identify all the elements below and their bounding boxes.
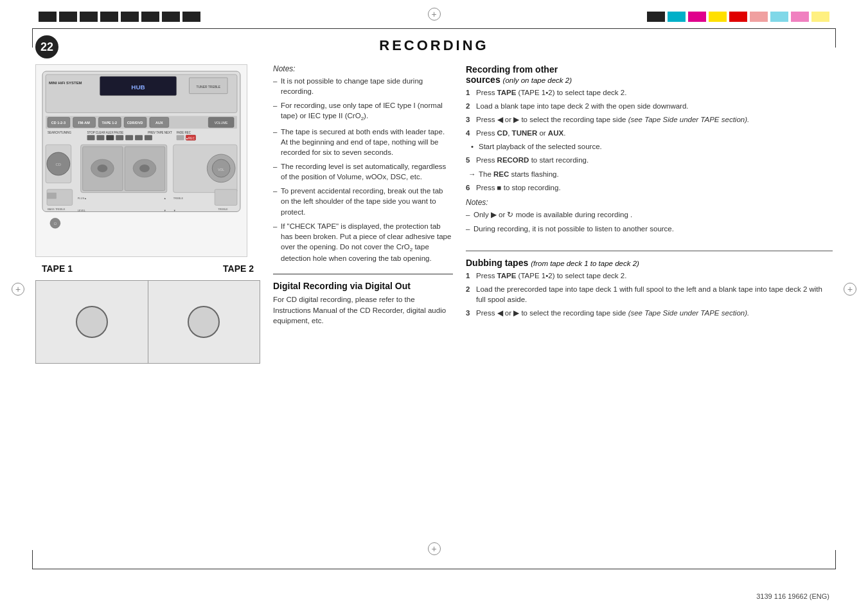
step-3: 3 Press ◀ or ▶ to select the recording t…	[466, 114, 833, 125]
registration-mark-left	[12, 283, 24, 296]
arrow-rec-flashing: The REC starts flashing.	[466, 169, 833, 179]
digital-section-body: For CD digital recording, please refer t…	[273, 294, 453, 325]
recording-title-text: Recording from other	[466, 64, 558, 75]
digital-section-title: Digital Recording via Digital Out	[273, 281, 453, 291]
digital-title-text: Digital Recording via Digital Out	[273, 281, 411, 291]
note-item: The tape is secured at both ends with le…	[273, 127, 453, 157]
main-content: MINI HiFi SYSTEM HUB TUNER TREBLE CD 1-2…	[35, 64, 833, 562]
svg-text:TREBLE: TREBLE	[55, 208, 66, 211]
dubbing-title-note: (from tape deck 1 to tape deck 2)	[531, 260, 639, 267]
border-vl-right-top	[835, 28, 836, 48]
svg-text:FM-AM: FM-AM	[78, 121, 91, 125]
step-2: 2 Load a blank tape into tape deck 2 wit…	[466, 101, 833, 111]
note-item: To prevent accidental recording, break o…	[273, 186, 453, 217]
page-footer: 3139 116 19662 (ENG)	[756, 592, 829, 600]
note-item: The recording level is set automatically…	[273, 161, 453, 182]
border-vl-right-bottom	[835, 550, 836, 569]
dubbing-section: Dubbing tapes (from tape deck 1 to tape …	[466, 251, 833, 321]
svg-rect-27	[116, 135, 123, 140]
left-panel: MINI HiFi SYSTEM HUB TUNER TREBLE CD 1-2…	[35, 64, 260, 562]
tape1-label: TAPE 1	[42, 263, 73, 274]
recording-from-other-section: Recording from other sources (only on ta…	[466, 64, 833, 238]
svg-rect-31	[177, 135, 184, 140]
svg-text:PLUS▲: PLUS▲	[78, 197, 87, 200]
svg-text:CD 1-2-3: CD 1-2-3	[51, 121, 66, 125]
svg-rect-26	[106, 135, 114, 140]
svg-text:CDR/DVD: CDR/DVD	[127, 121, 143, 125]
page-title: RECORDING	[379, 37, 488, 54]
registration-mark-top	[428, 8, 441, 21]
registration-mark-right	[844, 283, 856, 296]
recording-notes-list: Only ▶ or ↻ mode is available during rec…	[466, 209, 833, 234]
tape-reel-2	[188, 306, 220, 338]
step-5: 5 Press RECORD to start recording.	[466, 155, 833, 165]
middle-panel: Notes: It is not possible to change tape…	[273, 64, 453, 562]
note-item: For recording, use only tape of IEC type…	[273, 100, 453, 123]
svg-rect-24	[87, 135, 95, 140]
svg-point-40	[97, 164, 107, 172]
recording-note-1: Only ▶ or ↻ mode is available during rec…	[466, 209, 833, 220]
recording-steps-list: 1 Press TAPE (TAPE 1•2) to select tape d…	[466, 87, 833, 193]
step-6: 6 Press ■ to stop recording.	[466, 182, 833, 193]
svg-text:LEVEL: LEVEL	[78, 209, 86, 212]
svg-text:▲: ▲	[164, 197, 166, 200]
recording-notes: Notes: Only ▶ or ↻ mode is available dur…	[466, 198, 833, 234]
dub-step-2: 2 Load the prerecorded tape into tape de…	[466, 284, 833, 305]
svg-text:CD: CD	[56, 163, 62, 166]
tape-deck-1	[36, 281, 148, 363]
recording-subtitle: sources	[466, 75, 500, 85]
svg-rect-49	[47, 193, 57, 199]
svg-rect-30	[145, 135, 152, 140]
tape2-label: TAPE 2	[223, 263, 254, 274]
svg-text:TREBLE: TREBLE	[218, 208, 228, 211]
notes-label: Notes:	[273, 64, 453, 73]
svg-text:TAPE 1-2: TAPE 1-2	[102, 121, 118, 125]
note-item: It is not possible to change tape side d…	[273, 76, 453, 96]
svg-rect-25	[96, 135, 104, 140]
tape-deck-2	[148, 281, 260, 363]
color-bars-left	[39, 12, 200, 22]
dubbing-title: Dubbing tapes (from tape deck 1 to tape …	[466, 258, 833, 268]
border-bottom	[32, 569, 836, 569]
notes-list: It is not possible to change tape side d…	[273, 76, 453, 263]
tape-labels: TAPE 1 TAPE 2	[35, 263, 260, 274]
svg-point-43	[139, 164, 150, 172]
svg-text:TREBLE: TREBLE	[173, 197, 184, 200]
bullet-start-playback: Start playback of the selected source.	[466, 141, 833, 152]
svg-text:VOL: VOL	[218, 168, 224, 172]
svg-text:MINI HiFi SYSTEM: MINI HiFi SYSTEM	[49, 81, 82, 85]
svg-text:VOLUME: VOLUME	[215, 121, 229, 125]
svg-text:SEARCH/TUNING: SEARCH/TUNING	[48, 131, 72, 134]
svg-rect-29	[135, 135, 143, 140]
svg-text:▼: ▼	[173, 209, 176, 212]
step-1: 1 Press TAPE (TAPE 1•2) to select tape d…	[466, 87, 833, 98]
svg-text:▼: ▼	[164, 209, 166, 212]
right-panel: Recording from other sources (only on ta…	[466, 64, 833, 562]
svg-text:BASS: BASS	[48, 208, 55, 211]
dub-step-3: 3 Press ◀ or ▶ to select the recording t…	[466, 308, 833, 318]
tape-reel-1	[76, 306, 108, 338]
svg-rect-52	[215, 190, 237, 206]
page-number: 22	[35, 35, 58, 58]
border-top	[32, 28, 836, 29]
dub-step-1: 1 Press TAPE (TAPE 1•2) to select tape d…	[466, 271, 833, 281]
svg-text:PREV TAPE NEXT: PREV TAPE NEXT	[148, 131, 172, 134]
svg-text:AUX: AUX	[155, 121, 163, 125]
svg-text:Ω: Ω	[54, 222, 57, 226]
svg-rect-28	[125, 135, 133, 140]
border-vl-left-bottom	[32, 550, 33, 569]
color-bars-right	[647, 12, 829, 22]
dubbing-steps-list: 1 Press TAPE (TAPE 1•2) to select tape d…	[466, 271, 833, 318]
note-item: If "CHECK TAPE" is displayed, the protec…	[273, 221, 453, 264]
svg-text:FADE REC: FADE REC	[177, 131, 191, 134]
svg-text:STOP CLEAR ALEX PAUSE: STOP CLEAR ALEX PAUSE	[87, 131, 124, 134]
digital-recording-section: Digital Recording via Digital Out For CD…	[273, 274, 453, 325]
recording-notes-label: Notes:	[466, 198, 833, 207]
device-illustration: MINI HiFi SYSTEM HUB TUNER TREBLE CD 1-2…	[35, 64, 247, 257]
recording-from-other-title: Recording from other sources (only on ta…	[466, 64, 833, 85]
svg-text:HUB: HUB	[131, 84, 145, 91]
step-4: 4 Press CD, TUNER or AUX.	[466, 128, 833, 138]
border-vl-left-top	[32, 28, 33, 48]
tape-deck-area	[35, 280, 260, 364]
recording-subtitle-note: (only on tape deck 2)	[503, 76, 572, 84]
